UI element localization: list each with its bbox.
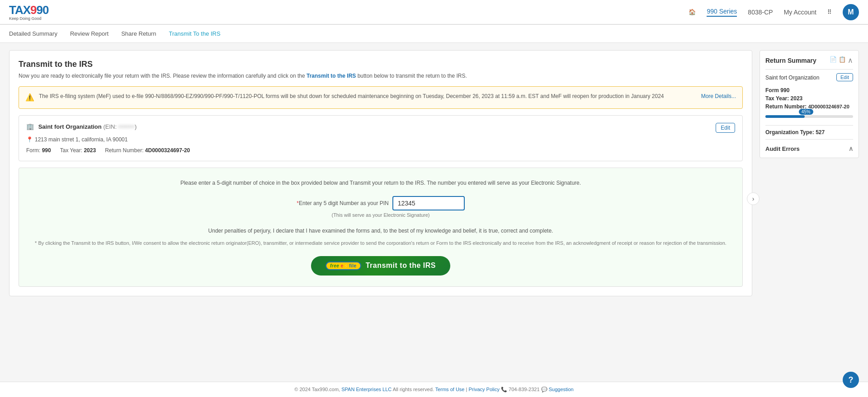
- logo-tax-part: TAX: [9, 3, 30, 17]
- main-card: Transmit to the IRS Now you are ready to…: [9, 50, 752, 296]
- footer-suggestion-icon: 💬: [541, 387, 549, 392]
- footer-span-link[interactable]: SPAN Enterprises LLC: [341, 387, 392, 392]
- audit-errors-header: Audit Errors ∧: [765, 145, 853, 152]
- org-ein: (EIN: ••••••••): [103, 123, 137, 130]
- pin-label: *Enter any 5 digit Number as your PIN: [297, 200, 388, 206]
- subtitle-highlight: Transmit to the IRS: [307, 73, 356, 79]
- nav-990-series[interactable]: 990 Series: [707, 8, 737, 17]
- org-meta: Form: 990 Tax Year: 2023 Return Number: …: [26, 147, 735, 154]
- logo-tagline: Keep Doing Good: [9, 16, 42, 21]
- org-type-value: 527: [816, 129, 825, 135]
- footer-phone-icon: 📞: [501, 387, 509, 392]
- maintenance-alert: ⚠️ The IRS e-filing system (MeF) used to…: [19, 86, 743, 109]
- logo-9: 9: [30, 3, 36, 17]
- org-type-label: Organization Type:: [765, 129, 816, 135]
- alert-message: The IRS e-filing system (MeF) used to e-…: [39, 93, 664, 99]
- sidebar-toggle-arrow[interactable]: ›: [747, 192, 760, 205]
- logo: TAX990 Keep Doing Good: [9, 3, 48, 21]
- right-sidebar: Return Summary 📄 📋 ∧ Saint fort Organiza…: [760, 50, 859, 158]
- sidebar-org-type: Organization Type: 527: [765, 129, 853, 135]
- address-text: 1213 main strret 1, california, IA 90001: [35, 136, 127, 143]
- footer-phone: 704-839-2321: [509, 387, 540, 392]
- grid-icon[interactable]: ⠿: [827, 9, 832, 15]
- collapse-icon[interactable]: ∧: [848, 56, 853, 65]
- sidebar-return-value: 4D0000324697-20: [808, 104, 849, 109]
- progress-badge: 45%: [799, 109, 813, 115]
- org-address: 📍 1213 main strret 1, california, IA 900…: [26, 136, 735, 143]
- page-subtitle: Now you are ready to electronically file…: [19, 72, 743, 80]
- consent-fine-print: * By clicking the Transmit to the IRS bu…: [28, 239, 733, 247]
- header-navigation: 🏠 990 Series 8038-CP My Account ⠿ M: [689, 4, 859, 20]
- footer-privacy-link[interactable]: Privacy Policy: [468, 387, 499, 392]
- header: TAX990 Keep Doing Good 🏠 990 Series 8038…: [0, 0, 868, 25]
- sidebar-tax-year-label: Tax Year:: [765, 95, 791, 102]
- footer-rights: All rights reserved.: [393, 387, 434, 392]
- sidebar-form: Form 990: [765, 87, 853, 93]
- main-layout: Transmit to the IRS Now you are ready to…: [0, 43, 868, 382]
- page-title: Transmit to the IRS: [19, 60, 743, 69]
- file-icon[interactable]: 📋: [839, 56, 846, 65]
- footer-copyright: © 2024 Tax990.com,: [294, 387, 340, 392]
- subtitle-prefix: Now you are ready to electronically file…: [19, 73, 307, 79]
- sidebar-audit-section: Audit Errors ∧: [765, 145, 853, 152]
- home-icon[interactable]: 🏠: [689, 9, 696, 15]
- subnav-detailed-summary[interactable]: Detailed Summary: [9, 30, 57, 37]
- footer: © 2024 Tax990.com, SPAN Enterprises LLC …: [0, 382, 868, 397]
- form-value: 990: [42, 147, 51, 154]
- sidebar-divider-3: [765, 139, 853, 140]
- logo-text: TAX990: [9, 3, 48, 17]
- sidebar-form-label: Form 990: [765, 87, 789, 93]
- pin-hint: (This will serve as your Electronic Sign…: [28, 212, 733, 218]
- footer-terms-link[interactable]: Terms of Use: [435, 387, 465, 392]
- subtitle-suffix: button below to transmit the return to t…: [356, 73, 467, 79]
- audit-errors-label: Audit Errors: [765, 145, 800, 152]
- more-details-link[interactable]: More Details...: [701, 92, 736, 100]
- efile-badge: free e⚡file: [326, 262, 361, 270]
- pin-input[interactable]: [392, 196, 465, 210]
- pdf-icon[interactable]: 📄: [830, 56, 837, 65]
- sidebar-org-row: Saint fort Organization Edit: [765, 73, 853, 84]
- sidebar-tax-year-value: 2023: [791, 95, 803, 102]
- avatar[interactable]: M: [843, 4, 859, 20]
- progress-bar: 45%: [765, 115, 853, 118]
- pin-instruction: Please enter a 5-digit number of choice …: [28, 179, 733, 187]
- alert-icon: ⚠️: [25, 92, 34, 103]
- tax-year-value: 2023: [84, 147, 96, 154]
- return-number-label: Return Number: 4D0000324697-20: [105, 147, 190, 154]
- subnav-share-return[interactable]: Share Return: [121, 30, 156, 37]
- sidebar-edit-button[interactable]: Edit: [836, 73, 853, 81]
- subnav-review-report[interactable]: Review Report: [70, 30, 108, 37]
- audit-chevron-icon[interactable]: ∧: [849, 145, 853, 152]
- sidebar-divider-1: [765, 69, 853, 70]
- footer-suggestion-link[interactable]: Suggestion: [549, 387, 574, 392]
- sidebar-tax-year: Tax Year: 2023: [765, 95, 853, 102]
- sub-navigation: Detailed Summary Review Report Share Ret…: [0, 25, 868, 43]
- pin-row: *Enter any 5 digit Number as your PIN: [28, 196, 733, 210]
- progress-fill: [765, 115, 805, 118]
- content-area: Transmit to the IRS Now you are ready to…: [9, 50, 760, 374]
- pin-asterisk: *: [297, 200, 299, 206]
- nav-8038-cp[interactable]: 8038-CP: [748, 9, 773, 16]
- org-name-row: 🏢 Saint fort Organization (EIN: ••••••••…: [26, 123, 137, 130]
- logo-90: 90: [37, 3, 49, 17]
- sidebar-divider-2: [765, 125, 853, 126]
- sidebar-progress-area: 45%: [765, 115, 853, 118]
- org-edit-button[interactable]: Edit: [716, 123, 735, 133]
- sidebar-header: Return Summary 📄 📋 ∧: [765, 56, 853, 65]
- help-button[interactable]: ?: [843, 372, 859, 388]
- alert-text: The IRS e-filing system (MeF) used to e-…: [39, 92, 736, 100]
- transmit-btn-container: free e⚡file Transmit to the IRS: [28, 256, 733, 276]
- pin-section: Please enter a 5-digit number of choice …: [19, 168, 743, 287]
- tax-year-label: Tax Year: 2023: [60, 147, 96, 154]
- subnav-transmit-irs[interactable]: Transmit To the IRS: [169, 30, 221, 37]
- sidebar-icon-row: 📄 📋 ∧: [830, 56, 853, 65]
- transmit-btn-label: Transmit to the IRS: [366, 262, 436, 270]
- return-number-value: 4D0000324697-20: [145, 147, 190, 154]
- transmit-irs-button[interactable]: free e⚡file Transmit to the IRS: [311, 256, 450, 276]
- location-icon: 📍: [26, 136, 33, 143]
- consent-text: Under penalties of perjury, I declare th…: [28, 227, 733, 235]
- org-card: 🏢 Saint fort Organization (EIN: ••••••••…: [19, 115, 743, 161]
- form-label: Form: 990: [26, 147, 51, 154]
- nav-my-account[interactable]: My Account: [784, 9, 816, 16]
- org-name: Saint fort Organization: [38, 123, 102, 130]
